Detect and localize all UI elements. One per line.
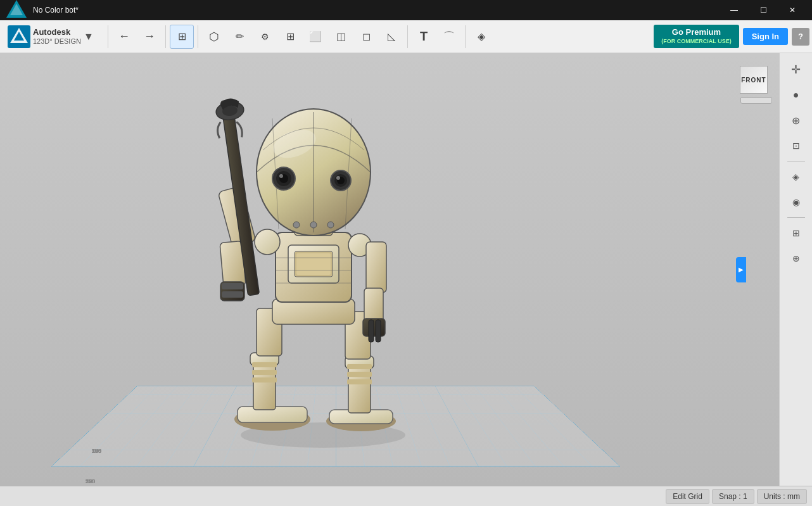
hide-icon: ◉ [792,197,800,207]
zoom-button[interactable]: ⊕ [785,109,808,132]
edit-grid-button[interactable]: Edit Grid [666,489,709,504]
title-bar: No Color bot* — ☐ ✕ [0,0,812,20]
units-button[interactable]: Units : mm [757,489,807,504]
view-cube-label: FRONT [741,77,766,84]
panel-toggle[interactable]: ▶ [736,257,746,282]
app-menu-arrow[interactable]: ▼ [84,32,94,42]
svg-rect-16 [252,362,277,367]
minimize-button[interactable]: — [720,0,749,20]
wedge-button[interactable]: ◺ [379,25,403,49]
separator-5 [465,25,466,48]
pan-button[interactable]: ✛ [785,58,808,81]
logo-text: Autodesk 123D° DESIGN [33,27,81,46]
maximize-button[interactable]: ☐ [749,0,778,20]
svg-rect-44 [366,242,386,293]
mirror-icon: ◫ [336,30,346,42]
svg-rect-21 [347,364,372,369]
svg-rect-45 [364,288,383,323]
svg-point-34 [255,229,280,255]
separator-4 [407,25,408,48]
zoom-icon: ⊕ [792,115,800,127]
sketch-button[interactable]: ✏ [227,25,251,49]
separator-2 [165,25,166,48]
svg-point-58 [279,174,283,178]
premium-button[interactable]: Go Premium (FOR COMMERCIAL USE) [654,25,739,48]
pattern-icon: ⊞ [286,30,295,42]
curve-button[interactable]: ⌒ [437,25,461,49]
snap-button[interactable]: Snap : 1 [712,489,754,504]
svg-rect-23 [347,379,372,384]
primitive-icon: ⬡ [209,30,219,44]
window-title: No Color bot* [33,6,79,15]
svg-rect-19 [348,362,371,413]
new-shape-icon: ⊞ [178,30,186,42]
snap-toggle-button[interactable]: ⊕ [785,247,808,270]
box-button[interactable]: ◻ [354,25,378,49]
snap-toggle-icon: ⊕ [792,253,800,263]
view-cube-base [740,98,772,104]
view-cube[interactable]: FRONT [740,66,773,99]
pan-icon: ✛ [791,63,801,77]
perspective-icon: ◈ [792,172,799,182]
orbit-button[interactable]: ● [785,84,808,106]
modify-icon: ⚙ [261,32,269,42]
svg-point-64 [310,222,317,228]
premium-sub: (FOR COMMERCIAL USE) [661,38,731,46]
redo-button[interactable]: → [137,25,162,49]
group-icon: ⬜ [309,30,322,42]
wedge-icon: ◺ [388,30,395,42]
primitive-button[interactable]: ⬡ [202,25,226,49]
main-toolbar: Autodesk 123D° DESIGN ▼ ← → ⊞ ⬡ ✏ ⚙ ⊞ ⬜ … [0,20,812,53]
logo-area: Autodesk 123D° DESIGN ▼ [3,25,104,48]
robot-model [127,68,481,448]
redo-icon: → [144,30,155,43]
curve-icon: ⌒ [443,29,455,44]
grid-label-200: 200 [86,478,95,484]
undo-icon: ← [118,30,130,43]
separator-1 [108,25,108,48]
new-shape-button[interactable]: ⊞ [170,25,194,49]
box-icon: ◻ [362,30,371,42]
svg-point-62 [336,176,340,180]
window-controls: — ☐ ✕ [720,0,807,20]
perspective-button[interactable]: ◈ [785,165,808,188]
signin-button[interactable]: Sign In [743,28,788,45]
svg-rect-30 [296,253,331,275]
svg-rect-40 [222,291,243,298]
hide-button[interactable]: ◉ [785,191,808,213]
text-button[interactable]: T [412,25,436,49]
group-button[interactable]: ⬜ [303,25,327,49]
main-area: 25 50 75 100 125 150 175 200 25 50 75 10… [0,53,812,486]
titlebar-left: No Color bot* [5,0,79,22]
status-bar: Edit Grid Snap : 1 Units : mm [0,486,812,506]
modify-button[interactable]: ⚙ [253,25,277,49]
svg-rect-47 [369,320,374,342]
separator-3 [198,25,198,48]
text-icon: T [420,29,428,44]
svg-rect-18 [252,377,277,383]
pattern-button[interactable]: ⊞ [278,25,302,49]
grid-toggle-button[interactable]: ⊞ [785,222,808,244]
premium-label: Go Premium [661,27,731,38]
fit-icon: ⊡ [792,141,800,151]
svg-rect-39 [222,283,243,289]
view-controls-panel: ✛ ● ⊕ ⊡ ◈ ◉ ⊞ ⊕ [779,53,812,486]
close-button[interactable]: ✕ [778,0,807,20]
3d-viewport[interactable]: 25 50 75 100 125 150 175 200 25 50 75 10… [0,53,779,486]
autodesk-logo [8,25,30,48]
svg-point-65 [327,222,334,228]
panel-toggle-icon: ▶ [739,266,744,273]
rp-separator-2 [787,217,805,218]
material-button[interactable]: ◈ [469,25,493,49]
svg-point-63 [293,222,300,228]
mirror-button[interactable]: ◫ [329,25,353,49]
view-cube-face-front[interactable]: FRONT [740,66,768,94]
undo-button[interactable]: ← [112,25,136,49]
fit-button[interactable]: ⊡ [785,134,808,157]
svg-rect-17 [252,370,277,375]
help-button[interactable]: ? [792,28,809,46]
app-icon [5,0,28,22]
orbit-icon: ● [793,89,799,101]
robot-svg [127,68,481,448]
grid-toggle-icon: ⊞ [792,228,800,238]
